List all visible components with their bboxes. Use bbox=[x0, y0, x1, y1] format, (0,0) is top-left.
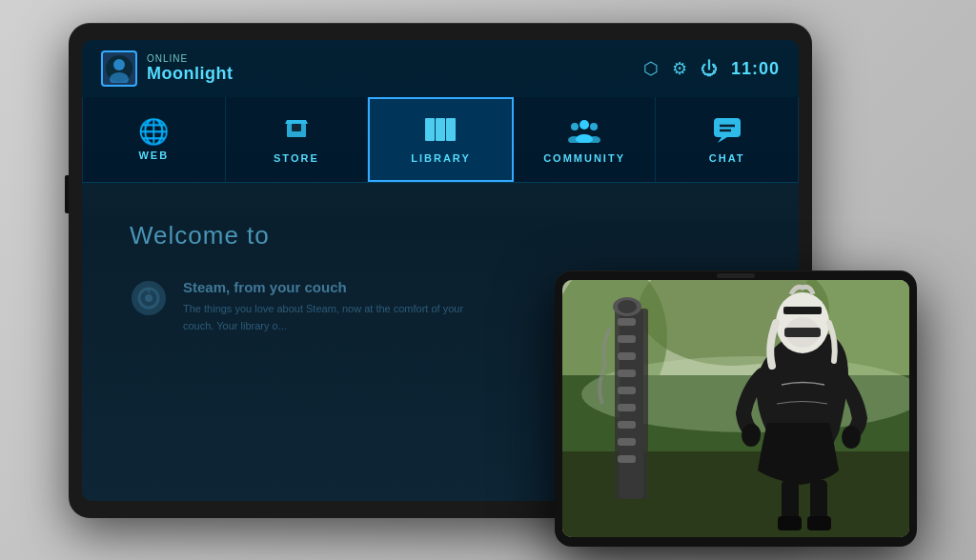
svg-rect-30 bbox=[618, 318, 636, 326]
svg-rect-7 bbox=[446, 118, 456, 141]
svg-point-8 bbox=[580, 120, 589, 130]
scene: Online Moonlight ⬡ ⚙ ⏻ 11:00 🌐 WEB bbox=[59, 13, 917, 547]
svg-rect-44 bbox=[783, 307, 822, 314]
welcome-title: Welcome to bbox=[130, 221, 751, 250]
community-icon bbox=[567, 116, 601, 147]
svg-point-46 bbox=[842, 426, 861, 449]
svg-point-9 bbox=[571, 123, 579, 130]
svg-rect-43 bbox=[784, 328, 821, 337]
game-screenshot bbox=[562, 280, 909, 537]
svg-point-40 bbox=[618, 300, 637, 313]
user-text-block: Online Moonlight bbox=[147, 53, 233, 84]
tab-community[interactable]: COMMUNITY bbox=[514, 97, 657, 182]
svg-rect-35 bbox=[618, 404, 636, 411]
web-icon: 🌐 bbox=[138, 119, 169, 144]
svg-point-1 bbox=[113, 59, 125, 70]
time-display: 11:00 bbox=[731, 59, 780, 79]
tab-web-label: WEB bbox=[138, 150, 169, 161]
tab-library-label: LIBRARY bbox=[411, 152, 470, 164]
tab-chat-label: CHAT bbox=[709, 152, 745, 164]
tab-community-label: COMMUNITY bbox=[543, 152, 625, 164]
steam-text-block: Steam, from your couch The things you lo… bbox=[183, 279, 488, 334]
svg-marker-15 bbox=[718, 137, 727, 143]
svg-rect-4 bbox=[292, 124, 301, 131]
svg-rect-14 bbox=[714, 118, 741, 137]
svg-rect-34 bbox=[618, 387, 636, 394]
svg-rect-27 bbox=[562, 451, 909, 537]
steam-description: The things you love about Steam, now at … bbox=[183, 301, 488, 334]
svg-rect-49 bbox=[778, 516, 802, 530]
svg-rect-33 bbox=[618, 370, 636, 377]
svg-rect-36 bbox=[618, 421, 636, 429]
tablet-header: Online Moonlight ⬡ ⚙ ⏻ 11:00 bbox=[82, 40, 799, 97]
tab-chat[interactable]: CHAT bbox=[656, 97, 799, 182]
tab-library[interactable]: LIBRARY bbox=[368, 97, 514, 182]
nav-tabs: 🌐 WEB STORE bbox=[82, 97, 799, 183]
store-icon bbox=[281, 116, 312, 147]
header-icons: ⬡ ⚙ ⏻ 11:00 bbox=[643, 58, 780, 79]
user-info: Online Moonlight bbox=[101, 50, 233, 87]
phone-device bbox=[555, 270, 917, 547]
svg-rect-37 bbox=[618, 438, 636, 446]
settings-icon[interactable]: ⚙ bbox=[672, 58, 687, 79]
online-status: Online bbox=[147, 53, 233, 64]
library-icon bbox=[423, 116, 458, 147]
svg-rect-31 bbox=[618, 335, 636, 343]
background-svg bbox=[562, 280, 909, 537]
tab-store[interactable]: STORE bbox=[226, 97, 369, 182]
notification-icon[interactable]: ⬡ bbox=[643, 58, 659, 79]
username-label: Moonlight bbox=[147, 64, 233, 84]
steam-tagline: Steam, from your couch bbox=[183, 279, 488, 295]
tab-store-label: STORE bbox=[274, 152, 319, 164]
svg-rect-50 bbox=[807, 516, 831, 530]
chat-icon bbox=[712, 116, 742, 147]
steam-logo-icon bbox=[130, 279, 168, 317]
svg-rect-6 bbox=[436, 118, 445, 141]
svg-rect-38 bbox=[618, 455, 636, 463]
svg-rect-32 bbox=[618, 352, 636, 360]
svg-rect-5 bbox=[425, 118, 435, 141]
svg-point-20 bbox=[145, 294, 152, 302]
phone-screen bbox=[562, 280, 909, 537]
power-icon[interactable]: ⏻ bbox=[701, 59, 718, 79]
tab-web[interactable]: 🌐 WEB bbox=[82, 97, 226, 182]
svg-point-10 bbox=[590, 123, 598, 130]
avatar bbox=[101, 50, 137, 87]
svg-point-45 bbox=[742, 424, 761, 447]
